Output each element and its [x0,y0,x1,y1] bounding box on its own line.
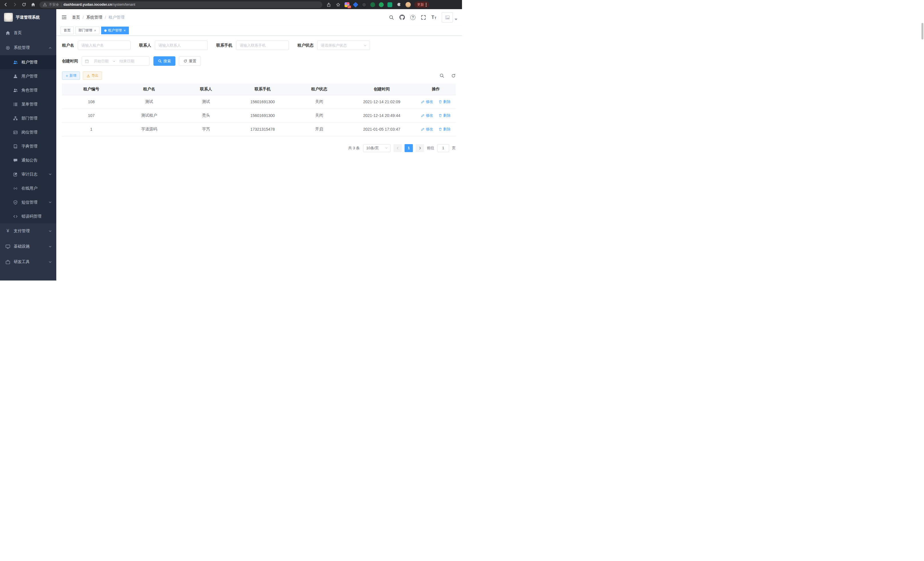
tab-dept[interactable]: 部门管理 × [75,27,99,34]
table-row: 1 芋道源码 芋艿 17321315478 开启 2021-01-05 17:0… [62,122,456,136]
sidebar-item-dict[interactable]: 字典管理 [0,139,56,153]
cell-contact: 秃头 [178,109,234,122]
share-icon[interactable] [326,2,332,8]
edit-button[interactable]: 修改 [421,113,433,118]
bookmark-star-icon[interactable] [335,2,341,8]
roles-icon [13,88,18,93]
chevron-up-icon [49,46,52,50]
sidebar-item-payment[interactable]: ¥ 支付管理 [0,223,56,239]
cell-status: 关闭 [291,109,347,122]
browser-chrome: 不安全 dashboard.yudao.iocoder.cn/system/te… [0,0,462,9]
caret-down-icon [454,19,458,20]
sidebar-item-label: 用户管理 [21,74,52,79]
delete-button[interactable]: 删除 [439,99,451,104]
sidebar-item-user[interactable]: 用户管理 [0,69,56,83]
briefcase-icon [5,260,10,265]
extension-icon[interactable]: 10 [345,2,350,7]
search-button[interactable]: 搜索 [153,56,176,66]
sidebar-item-tenant[interactable]: 租户管理 [0,55,56,69]
end-date-input[interactable] [117,59,137,63]
fullscreen-icon[interactable] [421,15,426,20]
address-bar[interactable]: 不安全 dashboard.yudao.iocoder.cn/system/te… [39,2,322,8]
sidebar-item-system[interactable]: 系统管理 [0,40,56,55]
next-page-button[interactable] [416,144,424,152]
sidebar-item-infra[interactable]: 基础设施 [0,239,56,254]
status-select[interactable]: 请选择租户状态 [317,41,370,50]
tab-tenant[interactable]: 租户管理 × [101,27,129,34]
edit-button[interactable]: 修改 [421,127,433,132]
sidebar-item-dept[interactable]: 部门管理 [0,111,56,125]
sidebar-item-error-code[interactable]: 错误码管理 [0,209,56,223]
reload-icon[interactable] [21,2,27,8]
date-separator: - [113,59,115,63]
sidebar-item-audit-log[interactable]: 审计日志 [0,167,56,181]
breadcrumb-separator: / [105,15,106,20]
sidebar-item-sms[interactable]: 短信管理 [0,195,56,209]
export-button[interactable]: 导出 [83,71,102,80]
delete-button[interactable]: 删除 [439,127,451,132]
sidebar-item-role[interactable]: 角色管理 [0,83,56,97]
close-icon[interactable]: × [124,29,126,32]
page-size-select[interactable]: 10条/页 [363,144,391,152]
sidebar-item-devtools[interactable]: 研发工具 [0,254,56,270]
sidebar-item-post[interactable]: 岗位管理 [0,125,56,139]
status-label: 租户状态 [297,43,314,48]
github-icon[interactable] [399,15,405,20]
toggle-search-icon[interactable] [440,73,444,78]
sidebar-item-menu[interactable]: 菜单管理 [0,97,56,111]
extension-icon[interactable] [370,2,375,7]
prev-page-button[interactable] [393,144,402,152]
extensions-puzzle-icon[interactable] [396,2,402,8]
update-button[interactable]: 更新 [415,2,429,8]
col-contact: 联系人 [178,83,234,95]
refresh-icon[interactable] [451,74,456,78]
cell-tenant-id: 1 [62,122,121,136]
table-row: 108 测试 测试 15601691300 关闭 2021-12-14 21:0… [62,95,456,109]
app-logo[interactable]: 芋道管理系统 [0,9,56,26]
goto-page-input[interactable] [437,144,449,152]
book-icon [13,144,18,149]
help-icon[interactable]: ? [410,15,416,20]
home-icon[interactable] [30,2,36,8]
cell-tenant-id: 108 [62,95,121,109]
back-icon[interactable] [3,2,9,8]
user-avatar[interactable] [442,12,458,23]
avatar-broken-image-icon [442,12,453,23]
browser-menu-icon[interactable] [426,3,427,7]
sidebar-collapse-icon[interactable] [60,14,68,21]
forward-icon[interactable] [12,2,18,8]
cell-status: 开启 [291,122,347,136]
extension-icon[interactable] [379,2,384,7]
cell-tenant-name: 测试 [121,95,178,109]
edit-button[interactable]: 修改 [421,99,433,104]
extension-badge: 10 [347,5,351,8]
breadcrumb-system[interactable]: 系统管理 [86,15,102,20]
delete-button[interactable]: 删除 [439,113,451,118]
signal-icon [13,186,18,191]
breadcrumb-home[interactable]: 首页 [72,15,80,20]
extension-icon[interactable] [362,2,367,7]
font-size-icon[interactable]: T T [431,15,436,20]
search-icon[interactable] [389,15,394,20]
sidebar-item-online-users[interactable]: 在线用户 [0,181,56,195]
sidebar-item-label: 租户管理 [21,60,52,65]
extension-icon[interactable] [387,2,392,7]
date-range-picker[interactable]: - [82,56,149,66]
start-date-input[interactable] [91,59,111,63]
sidebar-item-home[interactable]: 首页 [0,26,56,40]
close-icon[interactable]: × [94,29,96,32]
tab-home[interactable]: 首页 [61,27,74,34]
col-tenant-name: 租户名 [121,83,178,95]
home-icon [5,31,10,35]
tenant-table: 租户编号 租户名 联系人 联系手机 租户状态 创建时间 操作 108 测试 测试 [62,83,456,136]
profile-avatar[interactable] [405,2,411,8]
phone-input[interactable] [236,41,289,50]
page-number-1[interactable]: 1 [405,144,413,152]
url-path: /system/tenant [112,3,135,7]
add-button[interactable]: + 新增 [62,71,80,80]
sidebar-item-notice[interactable]: 通知公告 [0,153,56,167]
contact-input[interactable] [155,41,208,50]
tenant-name-input[interactable] [78,41,130,50]
reset-button[interactable]: 重置 [179,56,201,66]
extension-icon[interactable] [353,2,358,7]
